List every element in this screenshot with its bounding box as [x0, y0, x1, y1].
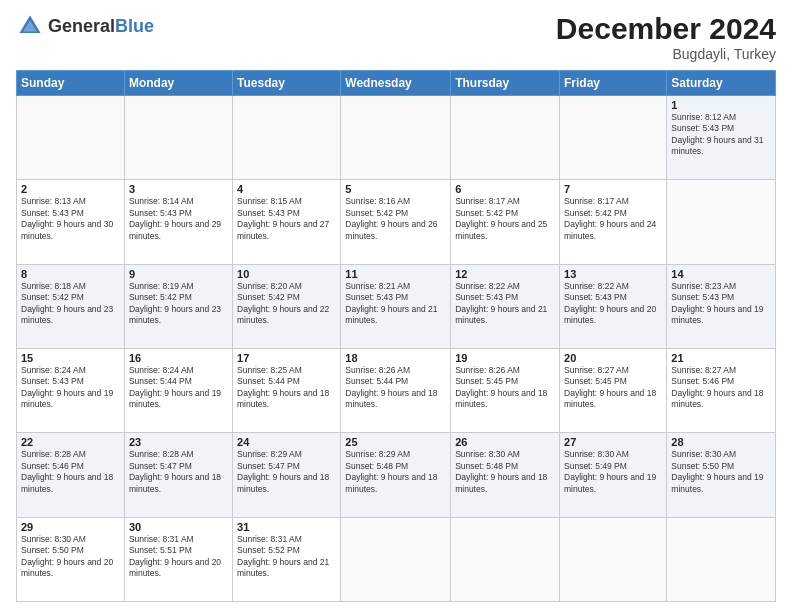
calendar-cell: 4Sunrise: 8:15 AMSunset: 5:43 PMDaylight… [233, 180, 341, 264]
calendar-cell: 5Sunrise: 8:16 AMSunset: 5:42 PMDaylight… [341, 180, 451, 264]
calendar-cell [451, 517, 560, 601]
calendar-cell: 31Sunrise: 8:31 AMSunset: 5:52 PMDayligh… [233, 517, 341, 601]
calendar-cell: 8Sunrise: 8:18 AMSunset: 5:42 PMDaylight… [17, 264, 125, 348]
col-wednesday: Wednesday [341, 71, 451, 96]
calendar-cell [451, 96, 560, 180]
calendar-cell [341, 96, 451, 180]
calendar-cell: 20Sunrise: 8:27 AMSunset: 5:45 PMDayligh… [560, 348, 667, 432]
day-number: 9 [129, 268, 228, 280]
cell-details: Sunrise: 8:12 AMSunset: 5:43 PMDaylight:… [671, 112, 763, 156]
cell-details: Sunrise: 8:19 AMSunset: 5:42 PMDaylight:… [129, 281, 221, 325]
day-number: 2 [21, 183, 120, 195]
day-number: 31 [237, 521, 336, 533]
cell-details: Sunrise: 8:28 AMSunset: 5:46 PMDaylight:… [21, 449, 113, 493]
cell-details: Sunrise: 8:27 AMSunset: 5:46 PMDaylight:… [671, 365, 763, 409]
calendar-cell: 21Sunrise: 8:27 AMSunset: 5:46 PMDayligh… [667, 348, 776, 432]
calendar-cell: 12Sunrise: 8:22 AMSunset: 5:43 PMDayligh… [451, 264, 560, 348]
col-thursday: Thursday [451, 71, 560, 96]
day-number: 30 [129, 521, 228, 533]
title-area: December 2024 Bugdayli, Turkey [556, 12, 776, 62]
calendar-cell [560, 517, 667, 601]
cell-details: Sunrise: 8:15 AMSunset: 5:43 PMDaylight:… [237, 196, 329, 240]
calendar-cell: 18Sunrise: 8:26 AMSunset: 5:44 PMDayligh… [341, 348, 451, 432]
cell-details: Sunrise: 8:30 AMSunset: 5:50 PMDaylight:… [671, 449, 763, 493]
day-number: 8 [21, 268, 120, 280]
cell-details: Sunrise: 8:29 AMSunset: 5:47 PMDaylight:… [237, 449, 329, 493]
day-number: 4 [237, 183, 336, 195]
day-number: 10 [237, 268, 336, 280]
day-number: 7 [564, 183, 662, 195]
calendar-cell [124, 96, 232, 180]
calendar-cell: 17Sunrise: 8:25 AMSunset: 5:44 PMDayligh… [233, 348, 341, 432]
calendar-cell: 30Sunrise: 8:31 AMSunset: 5:51 PMDayligh… [124, 517, 232, 601]
week-row-2: 2Sunrise: 8:13 AMSunset: 5:43 PMDaylight… [17, 180, 776, 264]
cell-details: Sunrise: 8:21 AMSunset: 5:43 PMDaylight:… [345, 281, 437, 325]
calendar-cell: 9Sunrise: 8:19 AMSunset: 5:42 PMDaylight… [124, 264, 232, 348]
day-number: 25 [345, 436, 446, 448]
week-row-4: 15Sunrise: 8:24 AMSunset: 5:43 PMDayligh… [17, 348, 776, 432]
week-row-3: 8Sunrise: 8:18 AMSunset: 5:42 PMDaylight… [17, 264, 776, 348]
day-number: 3 [129, 183, 228, 195]
calendar: Sunday Monday Tuesday Wednesday Thursday… [16, 70, 776, 602]
day-number: 22 [21, 436, 120, 448]
day-number: 11 [345, 268, 446, 280]
cell-details: Sunrise: 8:16 AMSunset: 5:42 PMDaylight:… [345, 196, 437, 240]
cell-details: Sunrise: 8:24 AMSunset: 5:43 PMDaylight:… [21, 365, 113, 409]
calendar-cell: 2Sunrise: 8:13 AMSunset: 5:43 PMDaylight… [17, 180, 125, 264]
calendar-cell: 7Sunrise: 8:17 AMSunset: 5:42 PMDaylight… [560, 180, 667, 264]
header: GeneralBlue December 2024 Bugdayli, Turk… [16, 12, 776, 62]
cell-details: Sunrise: 8:30 AMSunset: 5:50 PMDaylight:… [21, 534, 113, 578]
calendar-cell: 15Sunrise: 8:24 AMSunset: 5:43 PMDayligh… [17, 348, 125, 432]
cell-details: Sunrise: 8:26 AMSunset: 5:44 PMDaylight:… [345, 365, 437, 409]
cell-details: Sunrise: 8:14 AMSunset: 5:43 PMDaylight:… [129, 196, 221, 240]
cell-details: Sunrise: 8:31 AMSunset: 5:51 PMDaylight:… [129, 534, 221, 578]
calendar-cell [233, 96, 341, 180]
day-number: 19 [455, 352, 555, 364]
cell-details: Sunrise: 8:22 AMSunset: 5:43 PMDaylight:… [455, 281, 547, 325]
calendar-cell: 3Sunrise: 8:14 AMSunset: 5:43 PMDaylight… [124, 180, 232, 264]
cell-details: Sunrise: 8:28 AMSunset: 5:47 PMDaylight:… [129, 449, 221, 493]
calendar-table: Sunday Monday Tuesday Wednesday Thursday… [16, 70, 776, 602]
cell-details: Sunrise: 8:18 AMSunset: 5:42 PMDaylight:… [21, 281, 113, 325]
day-number: 6 [455, 183, 555, 195]
day-number: 28 [671, 436, 771, 448]
day-number: 24 [237, 436, 336, 448]
day-number: 16 [129, 352, 228, 364]
cell-details: Sunrise: 8:17 AMSunset: 5:42 PMDaylight:… [564, 196, 656, 240]
day-number: 14 [671, 268, 771, 280]
cell-details: Sunrise: 8:17 AMSunset: 5:42 PMDaylight:… [455, 196, 547, 240]
calendar-cell: 26Sunrise: 8:30 AMSunset: 5:48 PMDayligh… [451, 433, 560, 517]
calendar-cell: 24Sunrise: 8:29 AMSunset: 5:47 PMDayligh… [233, 433, 341, 517]
col-saturday: Saturday [667, 71, 776, 96]
logo-icon [16, 12, 44, 40]
calendar-cell: 25Sunrise: 8:29 AMSunset: 5:48 PMDayligh… [341, 433, 451, 517]
cell-details: Sunrise: 8:30 AMSunset: 5:49 PMDaylight:… [564, 449, 656, 493]
calendar-cell: 6Sunrise: 8:17 AMSunset: 5:42 PMDaylight… [451, 180, 560, 264]
day-number: 13 [564, 268, 662, 280]
page: GeneralBlue December 2024 Bugdayli, Turk… [0, 0, 792, 612]
logo-general: General [48, 16, 115, 36]
calendar-cell: 23Sunrise: 8:28 AMSunset: 5:47 PMDayligh… [124, 433, 232, 517]
day-number: 29 [21, 521, 120, 533]
day-number: 15 [21, 352, 120, 364]
col-friday: Friday [560, 71, 667, 96]
week-row-1: 1Sunrise: 8:12 AMSunset: 5:43 PMDaylight… [17, 96, 776, 180]
logo-text: GeneralBlue [48, 16, 154, 37]
cell-details: Sunrise: 8:27 AMSunset: 5:45 PMDaylight:… [564, 365, 656, 409]
cell-details: Sunrise: 8:13 AMSunset: 5:43 PMDaylight:… [21, 196, 113, 240]
calendar-cell [560, 96, 667, 180]
day-number: 18 [345, 352, 446, 364]
day-number: 20 [564, 352, 662, 364]
calendar-cell: 11Sunrise: 8:21 AMSunset: 5:43 PMDayligh… [341, 264, 451, 348]
logo: GeneralBlue [16, 12, 154, 40]
logo-area: GeneralBlue [16, 12, 154, 40]
day-number: 23 [129, 436, 228, 448]
cell-details: Sunrise: 8:20 AMSunset: 5:42 PMDaylight:… [237, 281, 329, 325]
calendar-cell: 27Sunrise: 8:30 AMSunset: 5:49 PMDayligh… [560, 433, 667, 517]
col-tuesday: Tuesday [233, 71, 341, 96]
calendar-cell: 13Sunrise: 8:22 AMSunset: 5:43 PMDayligh… [560, 264, 667, 348]
cell-details: Sunrise: 8:22 AMSunset: 5:43 PMDaylight:… [564, 281, 656, 325]
cell-details: Sunrise: 8:31 AMSunset: 5:52 PMDaylight:… [237, 534, 329, 578]
calendar-cell: 1Sunrise: 8:12 AMSunset: 5:43 PMDaylight… [667, 96, 776, 180]
calendar-cell: 29Sunrise: 8:30 AMSunset: 5:50 PMDayligh… [17, 517, 125, 601]
